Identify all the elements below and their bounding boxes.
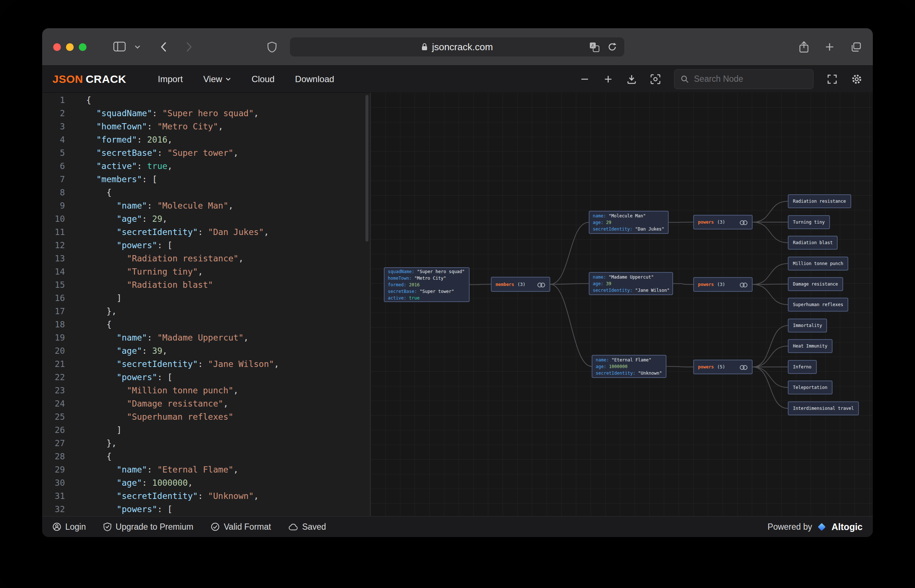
code-line[interactable]: "powers": [: [86, 371, 371, 384]
code-token: ,: [228, 201, 234, 210]
graph-node-l8[interactable]: Heat Immunity: [788, 339, 833, 353]
code-line[interactable]: "age": 39,: [86, 344, 371, 357]
node-key-label: powers: [698, 364, 714, 370]
login-button[interactable]: Login: [52, 522, 86, 532]
valid-format-status[interactable]: Valid Format: [211, 522, 271, 532]
translate-button[interactable]: A: [589, 42, 599, 52]
sidebar-toggle-button[interactable]: [113, 41, 126, 52]
code-token: "secretIdentity": [116, 227, 198, 237]
code-line[interactable]: },: [86, 436, 371, 450]
graph-node-root[interactable]: squadName: "Super hero squad"homeTown: "…: [384, 267, 470, 302]
link-icon: [740, 220, 748, 225]
code-line[interactable]: "secretIdentity": "Unknown",: [86, 489, 371, 502]
zoom-in-button[interactable]: [603, 74, 613, 84]
code-line[interactable]: ]: [86, 291, 371, 305]
graph-node-l6[interactable]: Superhuman reflexes: [788, 298, 848, 312]
graph-node-l5[interactable]: Damage resistance: [788, 277, 843, 291]
code-line[interactable]: ]: [86, 423, 371, 436]
graph-node-p2[interactable]: powers(3): [693, 277, 753, 292]
node-value: "Eternal Flame": [612, 357, 651, 363]
new-tab-button[interactable]: [825, 42, 834, 52]
code-line[interactable]: "age": 29,: [86, 212, 371, 225]
graph-node-m2[interactable]: name: "Madame Uppercut"age: 39secretIden…: [589, 272, 673, 295]
download-image-button[interactable]: [626, 74, 637, 84]
code-line[interactable]: "name": "Madame Uppercut",: [86, 331, 371, 344]
code-line[interactable]: "secretIdentity": "Dan Jukes",: [86, 225, 371, 239]
minimize-window-button[interactable]: [66, 43, 74, 51]
forward-button[interactable]: [186, 41, 192, 52]
code-line[interactable]: "active": true,: [86, 160, 371, 173]
graph-node-l1[interactable]: Radiation resistance: [788, 194, 851, 208]
graph-canvas[interactable]: squadName: "Super hero squad"homeTown: "…: [371, 93, 873, 516]
altogic-brand-link[interactable]: Altogic: [831, 522, 863, 532]
code-line[interactable]: "powers": [: [86, 239, 371, 252]
code-line[interactable]: "Radiation blast": [86, 278, 371, 291]
settings-button[interactable]: [851, 73, 863, 85]
code-line[interactable]: "homeTown": "Metro City",: [86, 120, 371, 133]
graph-node-l3[interactable]: Radiation blast: [788, 236, 838, 250]
reload-button[interactable]: [607, 42, 617, 52]
code-line[interactable]: "secretIdentity": "Jane Wilson",: [86, 357, 371, 371]
graph-node-l9[interactable]: Inferno: [788, 360, 817, 374]
code-token: "age": [116, 346, 142, 355]
menu-item-import[interactable]: Import: [158, 74, 183, 84]
saved-status[interactable]: Saved: [289, 522, 326, 532]
code-line[interactable]: "powers": [: [86, 502, 371, 516]
fullscreen-button[interactable]: [827, 74, 838, 85]
graph-node-l7[interactable]: Immortality: [788, 318, 827, 333]
graph-edge: [753, 263, 788, 284]
leaf-text: Interdimensional travel: [793, 406, 854, 411]
center-view-button[interactable]: [650, 74, 661, 85]
json-editor[interactable]: 1234567891011121314151617181920212223242…: [42, 93, 371, 516]
link-icon: [537, 282, 545, 287]
code-line[interactable]: {: [86, 186, 371, 199]
node-key: age:: [596, 364, 609, 369]
graph-edge: [669, 222, 693, 223]
upgrade-premium-button[interactable]: Upgrade to Premium: [103, 522, 193, 532]
code-line[interactable]: {: [86, 318, 371, 331]
code-line[interactable]: "Radiation resistance",: [86, 252, 371, 265]
graph-node-l10[interactable]: Teleportation: [788, 381, 833, 394]
sidebar-menu-button[interactable]: [134, 45, 140, 49]
graph-node-l11[interactable]: Interdimensional travel: [788, 401, 859, 415]
code-line[interactable]: "squadName": "Super hero squad",: [86, 107, 371, 120]
privacy-report-button[interactable]: [267, 41, 277, 52]
code-token: "Metro City": [157, 122, 218, 131]
menu-item-download[interactable]: Download: [295, 74, 334, 84]
share-button[interactable]: [799, 41, 809, 53]
code-line[interactable]: "formed": 2016,: [86, 133, 371, 146]
close-window-button[interactable]: [53, 43, 61, 51]
tab-overview-button[interactable]: [850, 42, 861, 52]
code-line[interactable]: {: [86, 94, 371, 107]
graph-node-l4[interactable]: Million tonne punch: [788, 257, 848, 271]
graph-node-p1[interactable]: powers(3): [693, 215, 753, 229]
editor-scrollbar-thumb[interactable]: [365, 95, 368, 242]
search-input[interactable]: [694, 74, 807, 84]
code-line[interactable]: "name": "Eternal Flame",: [86, 463, 371, 476]
menu-item-view[interactable]: View: [203, 74, 231, 84]
code-line[interactable]: "Superhuman reflexes": [86, 410, 371, 423]
zoom-window-button[interactable]: [79, 43, 87, 51]
code-line[interactable]: "members": [: [86, 173, 371, 186]
code-line[interactable]: "secretBase": "Super tower",: [86, 146, 371, 160]
zoom-out-button[interactable]: [579, 74, 590, 84]
code-line[interactable]: "name": "Molecule Man",: [86, 199, 371, 212]
app-logo[interactable]: JSONCRACK: [52, 73, 126, 86]
back-button[interactable]: [160, 41, 167, 52]
code-lines[interactable]: { "squadName": "Super hero squad", "home…: [73, 93, 371, 516]
graph-node-members[interactable]: members(3): [491, 277, 550, 292]
code-line[interactable]: {: [86, 450, 371, 463]
code-line[interactable]: },: [86, 305, 371, 318]
graph-node-l2[interactable]: Turning tiny: [788, 215, 830, 229]
code-line[interactable]: "Damage resistance",: [86, 397, 371, 410]
code-token: [86, 201, 116, 210]
code-token: "Damage resistance": [127, 399, 223, 409]
code-line[interactable]: "Million tonne punch",: [86, 384, 371, 397]
code-line[interactable]: "Turning tiny",: [86, 265, 371, 278]
graph-node-m3[interactable]: name: "Eternal Flame"age: 1000000secretI…: [592, 355, 666, 378]
graph-node-m1[interactable]: name: "Molecule Man"age: 29secretIdentit…: [589, 211, 669, 234]
code-line[interactable]: "age": 1000000,: [86, 476, 371, 489]
menu-item-cloud[interactable]: Cloud: [252, 74, 274, 84]
address-bar[interactable]: jsoncrack.com A: [290, 37, 624, 57]
graph-node-p3[interactable]: powers(5): [693, 360, 753, 374]
